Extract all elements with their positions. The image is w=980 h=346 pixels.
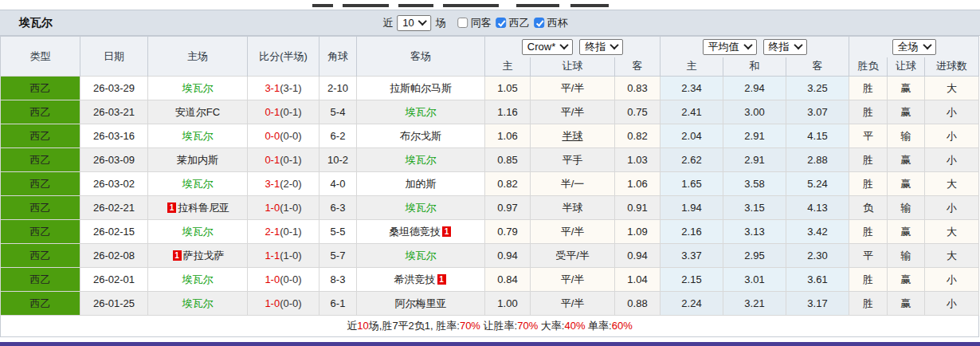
score-cell: 1-0(1-0) <box>248 196 319 220</box>
score-half[interactable]: (1-0) <box>280 250 301 261</box>
average-time-value: 终指 <box>769 41 790 53</box>
away-team-name[interactable]: 阿尔梅里亚 <box>395 297 447 309</box>
result-goals: 小 <box>925 148 979 172</box>
home-team-name[interactable]: 拉科鲁尼亚 <box>178 202 229 214</box>
checkbox-icon[interactable] <box>458 18 468 28</box>
text-fragment <box>312 4 333 7</box>
score-cell: 2-1(0-1) <box>248 220 319 244</box>
home-team-name[interactable]: 莱加内斯 <box>177 154 218 166</box>
result-goals: 小 <box>925 124 979 148</box>
col-header-crow-away: 客 <box>615 57 661 77</box>
away-team-name[interactable]: 拉斯帕尔马斯 <box>390 82 452 94</box>
away-team-name[interactable]: 埃瓦尔 <box>406 250 437 261</box>
scope-select[interactable]: 全场 <box>892 39 936 55</box>
home-team-name-cell: 1萨拉戈萨 <box>148 244 248 268</box>
score-full[interactable]: 1-0 <box>265 202 280 214</box>
score-half[interactable]: (1-0) <box>280 202 301 214</box>
score-half[interactable]: (0-0) <box>280 130 301 142</box>
result-goals: 小 <box>925 292 979 316</box>
avg-draw-odds: 3.13 <box>723 220 786 244</box>
score-full[interactable]: 0-1 <box>265 106 280 118</box>
home-team-name[interactable]: 埃瓦尔 <box>182 130 214 142</box>
col-header-home: 主场 <box>148 37 248 77</box>
result-handicap: 赢 <box>888 100 925 124</box>
score-full[interactable]: 0-0 <box>265 130 280 142</box>
score-half[interactable]: (0-1) <box>280 106 301 118</box>
away-team-name-cell: 希洪竞技1 <box>357 268 485 292</box>
avg-away-odds: 4.13 <box>786 196 849 220</box>
away-team-name[interactable]: 埃瓦尔 <box>406 202 437 214</box>
col-header-crow-home: 主 <box>485 57 531 77</box>
score-half[interactable]: (3-1) <box>280 82 301 94</box>
average-time-select[interactable]: 终指 <box>763 39 807 55</box>
away-team-name[interactable]: 埃瓦尔 <box>406 154 437 166</box>
average-select[interactable]: 平均值 <box>703 39 757 55</box>
match-date: 26-01-25 <box>80 292 148 316</box>
league-cell: 西乙 <box>1 268 80 292</box>
score-full[interactable]: 0-1 <box>265 154 280 166</box>
score-half[interactable]: (2-0) <box>280 178 301 190</box>
filter-cup[interactable]: 西杯 <box>535 16 568 30</box>
crow-away-odds: 0.83 <box>615 77 661 100</box>
away-team-name[interactable]: 布尔戈斯 <box>400 130 441 142</box>
result-goals: 小 <box>925 268 979 292</box>
home-team-name[interactable]: 安道尔FC <box>175 106 220 118</box>
summary-segment: 40% <box>564 320 585 332</box>
match-date: 26-02-21 <box>80 196 148 220</box>
score-full[interactable]: 2-1 <box>265 226 280 238</box>
avg-away-odds: 2.30 <box>786 244 849 268</box>
away-team-name-cell: 埃瓦尔 <box>357 244 485 268</box>
text-fragment <box>516 4 559 7</box>
corner-score: 8-3 <box>319 268 357 292</box>
crow-handicap: 平/半 <box>531 220 615 244</box>
filter-same-venue[interactable]: 同客 <box>458 16 492 30</box>
score-half[interactable]: (0-0) <box>280 273 301 285</box>
score-half[interactable]: (0-0) <box>280 297 301 309</box>
bookmaker-select[interactable]: Crow* <box>522 39 573 55</box>
league-cell: 西乙 <box>1 148 80 172</box>
summary-segment: 70% <box>460 320 480 332</box>
home-team-name[interactable]: 埃瓦尔 <box>182 273 214 285</box>
score-cell: 3-1(3-1) <box>248 77 319 100</box>
score-full[interactable]: 1-1 <box>265 250 280 261</box>
score-half[interactable]: (0-1) <box>280 226 301 238</box>
checkbox-icon[interactable] <box>535 18 545 28</box>
crow-handicap: 半球 <box>531 196 615 220</box>
score-full[interactable]: 3-1 <box>265 82 280 94</box>
score-cell: 1-0(0-0) <box>248 268 319 292</box>
away-team-name[interactable]: 埃瓦尔 <box>406 106 437 118</box>
checkbox-icon[interactable] <box>496 18 507 28</box>
crow-handicap: 受平/半 <box>531 244 615 268</box>
away-team-name[interactable]: 加的斯 <box>406 178 437 190</box>
result-wdl: 负 <box>849 196 888 220</box>
bookmaker-time-select[interactable]: 终指 <box>579 39 623 55</box>
col-header-avg-away: 客 <box>786 57 849 77</box>
score-cell: 0-0(0-0) <box>248 124 319 148</box>
filter-label: 西乙 <box>509 16 530 30</box>
score-half[interactable]: (0-1) <box>280 154 301 166</box>
result-goals: 大 <box>925 172 979 196</box>
score-cell: 0-1(0-1) <box>248 148 319 172</box>
col-header-result-handicap: 让球 <box>888 57 925 77</box>
score-full[interactable]: 1-0 <box>265 297 280 309</box>
avg-home-odds: 1.65 <box>661 172 723 196</box>
home-team-name[interactable]: 埃瓦尔 <box>182 226 214 238</box>
match-history-table: 类型 日期 主场 比分(半场) 角球 客场 Crow* 终指 <box>0 36 979 337</box>
avg-away-odds: 4.15 <box>786 124 849 148</box>
home-team-name[interactable]: 萨拉戈萨 <box>183 250 225 261</box>
text-fragment <box>570 4 609 7</box>
summary-segment: 大率: <box>538 320 564 332</box>
result-wdl: 平 <box>849 124 888 148</box>
recent-count-select[interactable]: 10 <box>397 15 431 31</box>
away-team-name[interactable]: 桑坦德竞技 <box>389 226 441 238</box>
score-full[interactable]: 1-0 <box>265 273 280 285</box>
away-team-name[interactable]: 希洪竞技 <box>394 273 436 285</box>
score-full[interactable]: 3-1 <box>265 178 280 190</box>
filter-league[interactable]: 西乙 <box>496 16 530 30</box>
summary-segment: 近 <box>347 320 357 332</box>
recent-count-value: 10 <box>402 17 414 29</box>
home-team-name[interactable]: 埃瓦尔 <box>182 82 214 94</box>
home-team-name[interactable]: 埃瓦尔 <box>182 297 214 309</box>
home-team-name[interactable]: 埃瓦尔 <box>182 178 214 190</box>
match-date: 26-03-09 <box>80 148 148 172</box>
